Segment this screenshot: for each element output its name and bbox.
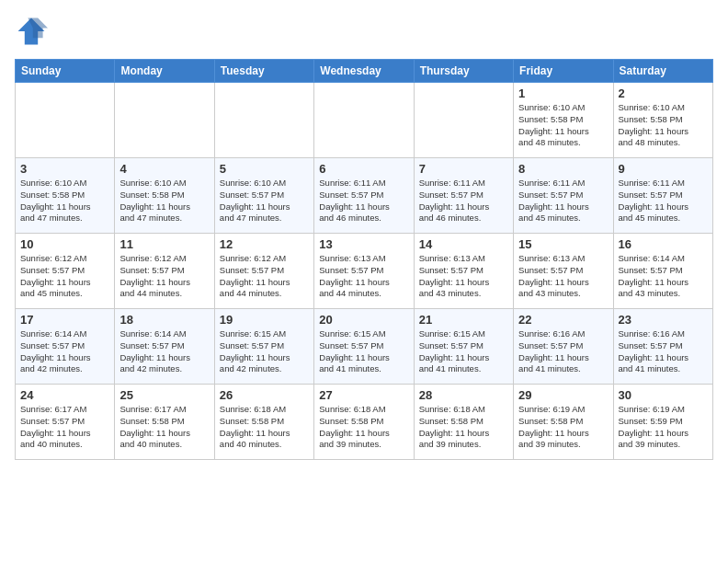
calendar: SundayMondayTuesdayWednesdayThursdayFrid… (15, 59, 713, 460)
calendar-cell: 13Sunrise: 6:13 AM Sunset: 5:57 PM Dayli… (314, 234, 414, 309)
day-info: Sunrise: 6:19 AM Sunset: 5:59 PM Dayligh… (619, 404, 708, 451)
calendar-header-saturday: Saturday (613, 60, 712, 83)
day-number: 12 (220, 237, 309, 251)
day-info: Sunrise: 6:12 AM Sunset: 5:57 PM Dayligh… (20, 253, 109, 300)
day-info: Sunrise: 6:13 AM Sunset: 5:57 PM Dayligh… (419, 253, 508, 300)
day-info: Sunrise: 6:18 AM Sunset: 5:58 PM Dayligh… (220, 404, 309, 451)
day-number: 14 (419, 237, 508, 251)
calendar-cell (115, 83, 214, 158)
calendar-header-monday: Monday (115, 60, 214, 83)
calendar-cell: 22Sunrise: 6:16 AM Sunset: 5:57 PM Dayli… (514, 309, 613, 385)
day-info: Sunrise: 6:13 AM Sunset: 5:57 PM Dayligh… (319, 253, 408, 300)
calendar-cell (314, 83, 414, 158)
day-number: 7 (419, 162, 508, 176)
calendar-cell: 4Sunrise: 6:10 AM Sunset: 5:58 PM Daylig… (115, 158, 214, 234)
day-number: 5 (220, 162, 309, 176)
day-number: 8 (518, 162, 608, 176)
day-number: 21 (419, 313, 508, 327)
day-number: 4 (119, 162, 209, 176)
day-number: 20 (319, 313, 408, 327)
calendar-week-5: 24Sunrise: 6:17 AM Sunset: 5:57 PM Dayli… (16, 385, 713, 460)
day-info: Sunrise: 6:10 AM Sunset: 5:58 PM Dayligh… (119, 178, 209, 224)
day-number: 6 (319, 162, 408, 176)
calendar-cell: 19Sunrise: 6:15 AM Sunset: 5:57 PM Dayli… (214, 309, 313, 385)
day-info: Sunrise: 6:11 AM Sunset: 5:57 PM Dayligh… (619, 178, 708, 224)
calendar-week-3: 10Sunrise: 6:12 AM Sunset: 5:57 PM Dayli… (16, 234, 713, 309)
day-info: Sunrise: 6:13 AM Sunset: 5:57 PM Dayligh… (518, 253, 608, 300)
calendar-week-4: 17Sunrise: 6:14 AM Sunset: 5:57 PM Dayli… (16, 309, 713, 385)
day-number: 27 (319, 388, 408, 402)
calendar-cell: 17Sunrise: 6:14 AM Sunset: 5:57 PM Dayli… (16, 309, 115, 385)
calendar-cell: 11Sunrise: 6:12 AM Sunset: 5:57 PM Dayli… (115, 234, 214, 309)
day-number: 18 (119, 313, 209, 327)
page-container: SundayMondayTuesdayWednesdayThursdayFrid… (0, 0, 728, 467)
calendar-header-tuesday: Tuesday (214, 60, 313, 83)
calendar-cell: 6Sunrise: 6:11 AM Sunset: 5:57 PM Daylig… (314, 158, 414, 234)
day-info: Sunrise: 6:15 AM Sunset: 5:57 PM Dayligh… (419, 328, 508, 375)
day-number: 25 (119, 388, 209, 402)
day-info: Sunrise: 6:11 AM Sunset: 5:57 PM Dayligh… (518, 178, 608, 224)
calendar-cell: 30Sunrise: 6:19 AM Sunset: 5:59 PM Dayli… (613, 385, 712, 460)
day-info: Sunrise: 6:14 AM Sunset: 5:57 PM Dayligh… (20, 328, 109, 375)
calendar-cell (214, 83, 313, 158)
calendar-cell: 14Sunrise: 6:13 AM Sunset: 5:57 PM Dayli… (414, 234, 513, 309)
calendar-cell: 26Sunrise: 6:18 AM Sunset: 5:58 PM Dayli… (214, 385, 313, 460)
day-number: 15 (518, 237, 608, 251)
day-number: 13 (319, 237, 408, 251)
calendar-cell (16, 83, 115, 158)
calendar-cell (414, 83, 513, 158)
day-number: 11 (119, 237, 209, 251)
day-number: 2 (619, 86, 708, 100)
day-info: Sunrise: 6:15 AM Sunset: 5:57 PM Dayligh… (220, 328, 309, 375)
calendar-cell: 15Sunrise: 6:13 AM Sunset: 5:57 PM Dayli… (514, 234, 613, 309)
calendar-cell: 18Sunrise: 6:14 AM Sunset: 5:57 PM Dayli… (115, 309, 214, 385)
day-info: Sunrise: 6:18 AM Sunset: 5:58 PM Dayligh… (319, 404, 408, 451)
day-info: Sunrise: 6:16 AM Sunset: 5:57 PM Dayligh… (619, 328, 708, 375)
calendar-week-1: 1Sunrise: 6:10 AM Sunset: 5:58 PM Daylig… (16, 83, 713, 158)
day-number: 16 (619, 237, 708, 251)
calendar-cell: 24Sunrise: 6:17 AM Sunset: 5:57 PM Dayli… (16, 385, 115, 460)
day-number: 17 (20, 313, 109, 327)
calendar-cell: 16Sunrise: 6:14 AM Sunset: 5:57 PM Dayli… (613, 234, 712, 309)
day-number: 3 (20, 162, 109, 176)
day-number: 10 (20, 237, 109, 251)
calendar-cell: 9Sunrise: 6:11 AM Sunset: 5:57 PM Daylig… (613, 158, 712, 234)
day-info: Sunrise: 6:17 AM Sunset: 5:57 PM Dayligh… (20, 404, 109, 451)
calendar-cell: 2Sunrise: 6:10 AM Sunset: 5:58 PM Daylig… (613, 83, 712, 158)
day-info: Sunrise: 6:14 AM Sunset: 5:57 PM Dayligh… (619, 253, 708, 300)
day-number: 30 (619, 388, 708, 402)
day-info: Sunrise: 6:14 AM Sunset: 5:57 PM Dayligh… (119, 328, 209, 375)
day-info: Sunrise: 6:10 AM Sunset: 5:58 PM Dayligh… (619, 102, 708, 149)
calendar-header-sunday: Sunday (16, 60, 115, 83)
calendar-cell: 23Sunrise: 6:16 AM Sunset: 5:57 PM Dayli… (613, 309, 712, 385)
calendar-cell: 20Sunrise: 6:15 AM Sunset: 5:57 PM Dayli… (314, 309, 414, 385)
calendar-header-friday: Friday (514, 60, 613, 83)
day-info: Sunrise: 6:17 AM Sunset: 5:58 PM Dayligh… (119, 404, 209, 451)
day-info: Sunrise: 6:16 AM Sunset: 5:57 PM Dayligh… (518, 328, 608, 375)
day-info: Sunrise: 6:19 AM Sunset: 5:58 PM Dayligh… (518, 404, 608, 451)
logo (15, 15, 51, 48)
calendar-cell: 8Sunrise: 6:11 AM Sunset: 5:57 PM Daylig… (514, 158, 613, 234)
day-info: Sunrise: 6:12 AM Sunset: 5:57 PM Dayligh… (220, 253, 309, 300)
calendar-cell: 10Sunrise: 6:12 AM Sunset: 5:57 PM Dayli… (16, 234, 115, 309)
calendar-cell: 12Sunrise: 6:12 AM Sunset: 5:57 PM Dayli… (214, 234, 313, 309)
day-number: 26 (220, 388, 309, 402)
day-info: Sunrise: 6:10 AM Sunset: 5:57 PM Dayligh… (220, 178, 309, 224)
calendar-cell: 5Sunrise: 6:10 AM Sunset: 5:57 PM Daylig… (214, 158, 313, 234)
calendar-cell: 21Sunrise: 6:15 AM Sunset: 5:57 PM Dayli… (414, 309, 513, 385)
day-number: 23 (619, 313, 708, 327)
calendar-cell: 7Sunrise: 6:11 AM Sunset: 5:57 PM Daylig… (414, 158, 513, 234)
calendar-week-2: 3Sunrise: 6:10 AM Sunset: 5:58 PM Daylig… (16, 158, 713, 234)
calendar-cell: 29Sunrise: 6:19 AM Sunset: 5:58 PM Dayli… (514, 385, 613, 460)
calendar-header-row: SundayMondayTuesdayWednesdayThursdayFrid… (16, 60, 713, 83)
calendar-cell: 25Sunrise: 6:17 AM Sunset: 5:58 PM Dayli… (115, 385, 214, 460)
logo-icon (15, 15, 48, 48)
day-info: Sunrise: 6:12 AM Sunset: 5:57 PM Dayligh… (119, 253, 209, 300)
day-number: 29 (518, 388, 608, 402)
day-number: 9 (619, 162, 708, 176)
header (15, 15, 713, 48)
calendar-header-thursday: Thursday (414, 60, 513, 83)
calendar-cell: 27Sunrise: 6:18 AM Sunset: 5:58 PM Dayli… (314, 385, 414, 460)
calendar-cell: 1Sunrise: 6:10 AM Sunset: 5:58 PM Daylig… (514, 83, 613, 158)
day-info: Sunrise: 6:15 AM Sunset: 5:57 PM Dayligh… (319, 328, 408, 375)
